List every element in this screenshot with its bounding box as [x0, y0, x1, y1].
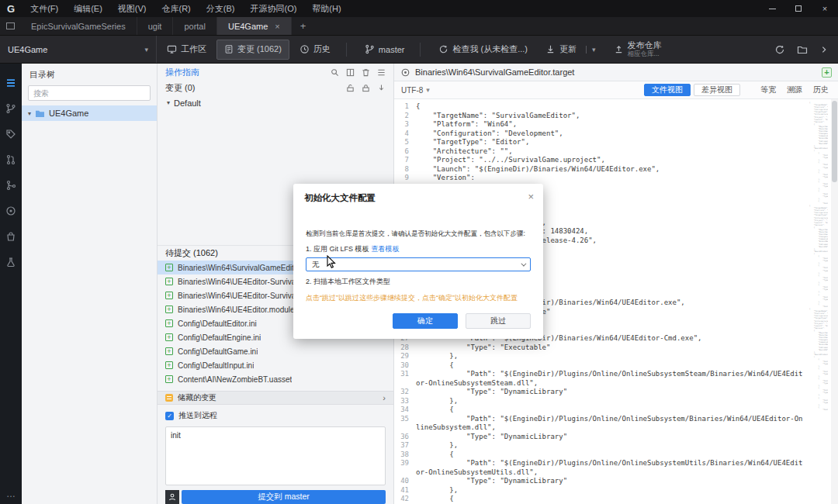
commit-message-input[interactable]: init: [165, 426, 386, 485]
sync-icon[interactable]: [774, 44, 785, 55]
repo-tabbar: EpicSurvivalGameSeriesugitportalUE4Game×…: [0, 17, 838, 36]
menu-opensource[interactable]: 开源协同(O): [242, 0, 304, 17]
app-window: G 文件(F)编辑(E)视图(V)仓库(R)分支(B)开源协同(O)帮助(H) …: [0, 0, 838, 504]
list-menu-icon[interactable]: [377, 68, 386, 77]
tree-expand-caret-icon[interactable]: ▾: [28, 110, 31, 117]
encoding-select[interactable]: UTF-8 ▾: [401, 86, 430, 95]
changes-button[interactable]: 变更 (1062): [216, 40, 289, 60]
arrow-down-icon[interactable]: [377, 84, 386, 92]
update-button[interactable]: 更新 ▾: [538, 40, 604, 60]
line-number: 32: [397, 388, 416, 397]
chevron-down-icon: ▾: [144, 46, 148, 54]
encoding-label: UTF-8: [401, 86, 423, 95]
titlebar: G 文件(F)编辑(E)视图(V)仓库(R)分支(B)开源协同(O)帮助(H) …: [0, 0, 838, 17]
guide-row-icons: [331, 68, 386, 77]
trash-icon[interactable]: [362, 68, 370, 77]
line-text: {: [416, 450, 805, 460]
repo-selector[interactable]: UE4Game ▾: [0, 36, 157, 63]
avatar[interactable]: [165, 490, 179, 504]
line-text: "Version":: [416, 174, 805, 183]
menu-repository[interactable]: 仓库(R): [154, 0, 199, 17]
tab-UE4Game[interactable]: UE4Game×: [217, 17, 292, 35]
chevron-right-icon: ›: [383, 393, 386, 402]
chevron-right-icon[interactable]: [819, 45, 829, 54]
code-line: 29 },: [397, 352, 805, 361]
tags-rail-icon[interactable]: [0, 121, 22, 147]
branch-button[interactable]: master: [357, 40, 413, 60]
code-line: 4 "Configuration": "Development",: [397, 129, 805, 139]
file-row[interactable]: +Content\AI\NewZombieBT.uasset: [158, 372, 393, 386]
confirm-button[interactable]: 确定: [393, 313, 458, 329]
change-group-row[interactable]: ▾ Default: [158, 95, 393, 110]
minimize-button[interactable]: [759, 0, 785, 17]
branches-rail-icon[interactable]: [0, 95, 22, 121]
new-tab-button[interactable]: +: [292, 17, 315, 35]
skip-button[interactable]: 跳过: [466, 313, 531, 329]
file-view-tab[interactable]: 文件视图: [644, 84, 691, 96]
more-rail-icon[interactable]: …: [6, 488, 16, 499]
unlock-icon[interactable]: [346, 84, 355, 92]
menu-edit[interactable]: 编辑(E): [66, 0, 110, 17]
tab-close-icon[interactable]: ×: [275, 22, 279, 31]
menu-file[interactable]: 文件(F): [23, 0, 66, 17]
viewer-file-path: Binaries\Win64\SurvivalGameEditor.target: [415, 67, 574, 77]
close-button[interactable]: ×: [812, 0, 838, 17]
tree-item-root[interactable]: ▾ UE4Game: [22, 105, 157, 121]
publish-repo-button[interactable]: 发布仓库 相应仓库...: [606, 40, 670, 60]
dialog-step1: 1. 应用 Git LFS 模板查看模板: [306, 244, 531, 254]
tab-EpicSurvivalGameSeries[interactable]: EpicSurvivalGameSeries: [20, 17, 137, 35]
view-template-link[interactable]: 查看模板: [372, 245, 400, 253]
file-row[interactable]: +Config\DefaultGame.ini: [158, 344, 393, 358]
minimap[interactable]: { "TargetName": "SurvivalGameEditor", "P…: [809, 102, 828, 474]
menu-help[interactable]: 帮助(H): [304, 0, 348, 17]
blame-button[interactable]: 溯源: [787, 85, 802, 95]
repo-selector-label: UE4Game: [8, 45, 47, 54]
window-icon[interactable]: [0, 17, 20, 35]
line-text: },: [416, 397, 805, 406]
line-number: 1: [397, 102, 416, 112]
search-icon[interactable]: [331, 68, 339, 77]
changes-count-label: 变更 (0): [165, 82, 196, 94]
folder-icon[interactable]: [797, 44, 808, 55]
lab-rail-icon[interactable]: [0, 249, 22, 274]
tab-ugit[interactable]: ugit: [137, 17, 174, 35]
app-logo-icon: G: [7, 3, 15, 15]
tab-portal[interactable]: portal: [173, 17, 217, 35]
push-remote-checkbox[interactable]: ✓: [165, 412, 174, 420]
lock-icon[interactable]: [362, 84, 370, 92]
guide-link[interactable]: 操作指南: [165, 67, 199, 78]
diff-view-tab[interactable]: 差异视图: [694, 84, 740, 96]
issues-rail-icon[interactable]: [0, 198, 22, 223]
layout-icon[interactable]: [346, 68, 355, 77]
code-check-button[interactable]: 检查我 (从未检查...): [431, 40, 535, 60]
line-number: 30: [397, 361, 416, 371]
merge-rail-icon[interactable]: [0, 172, 22, 198]
line-number: 6: [397, 147, 416, 157]
pull-request-rail-icon[interactable]: [0, 147, 22, 172]
update-menu-caret[interactable]: ▾: [586, 46, 596, 54]
code-line: 40 "Type": "DynamicLibrary": [397, 477, 805, 486]
dialog-description: 检测到当前仓库是首次提交，请确认是否初始化大文件配置，包含以下步骤:: [306, 230, 531, 239]
dialog-close-button[interactable]: ×: [528, 191, 534, 202]
workspace-rail-icon[interactable]: [0, 70, 22, 95]
menu-branch[interactable]: 分支(B): [199, 0, 243, 17]
commit-button[interactable]: 提交到 master: [182, 490, 386, 504]
maximize-button[interactable]: [785, 0, 812, 17]
group-label: Default: [174, 98, 201, 108]
lfs-template-select[interactable]: 无: [306, 257, 531, 271]
dialog-warning: 点击“跳过”以跳过这些步骤继续提交，点击“确定”以初始化大文件配置: [306, 293, 531, 303]
file-name: Config\DefaultEngine.ini: [178, 333, 261, 342]
monospace-button[interactable]: 等宽: [760, 85, 776, 95]
history-button[interactable]: 历史: [292, 40, 338, 60]
store-rail-icon[interactable]: [0, 223, 22, 249]
workspace-button[interactable]: 工作区: [159, 40, 214, 60]
maximize-icon: [795, 5, 802, 12]
file-row[interactable]: +Config\DefaultInput.ini: [158, 358, 393, 372]
tree-search-input[interactable]: [28, 85, 151, 101]
file-history-button[interactable]: 历史: [813, 85, 829, 95]
stash-row[interactable]: 储藏的变更 ›: [158, 391, 393, 405]
menu-view[interactable]: 视图(V): [110, 0, 154, 17]
scrollbar-thumb[interactable]: [832, 101, 837, 182]
viewer-scrollbar[interactable]: [831, 99, 838, 504]
history-icon: [300, 44, 310, 54]
